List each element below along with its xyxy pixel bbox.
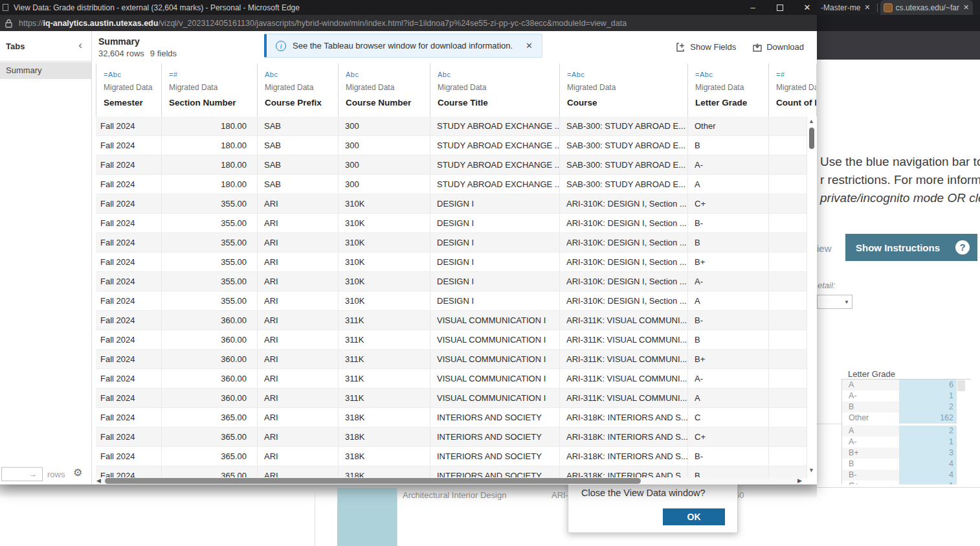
- table-row[interactable]: Fall 2024355.00ARI310KDESIGN IARI-310K: …: [96, 233, 807, 253]
- column-header-course-title[interactable]: AbcMigrated DataCourse Title: [430, 63, 560, 117]
- table-row[interactable]: Fall 2024355.00ARI310KDESIGN IARI-310K: …: [96, 253, 807, 272]
- table-row[interactable]: Fall 2024180.00SAB300STUDY ABROAD EXCHAN…: [96, 175, 807, 194]
- show-fields-button[interactable]: Show Fields: [676, 42, 736, 52]
- go-to-row-input[interactable]: →: [1, 467, 43, 481]
- grade-count: 2: [899, 426, 957, 437]
- table-cell: Fall 2024: [96, 350, 162, 369]
- collapse-panel-icon[interactable]: ‹: [78, 39, 82, 52]
- grade-row[interactable]: B-4: [842, 470, 965, 481]
- partial-tab-label[interactable]: iew: [817, 243, 832, 254]
- view-data-window: View Data: Grade distribution - external…: [0, 0, 817, 484]
- scroll-down-icon[interactable]: ▼: [808, 467, 814, 473]
- table-cell: 310K: [339, 253, 430, 271]
- table-row[interactable]: Fall 2024355.00ARI310KDESIGN IARI-310K: …: [96, 194, 807, 214]
- table-row[interactable]: Fall 2024360.00ARI311KVISUAL COMMUNICATI…: [96, 330, 807, 350]
- mini-scrollbar-thumb[interactable]: [957, 380, 965, 391]
- scroll-up-icon[interactable]: ▲: [808, 118, 814, 124]
- table-cell: 300: [339, 175, 430, 194]
- gear-icon[interactable]: ⚙: [73, 466, 82, 479]
- banner-close-icon[interactable]: ✕: [526, 41, 533, 51]
- download-button[interactable]: Download: [753, 42, 804, 52]
- summary-counts: 32,604 rows9 fields: [98, 49, 177, 58]
- table-cell: SAB: [258, 136, 339, 155]
- close-window-button[interactable]: ✕: [803, 3, 812, 12]
- help-icon[interactable]: ?: [955, 240, 970, 255]
- viz-bar-segment[interactable]: [337, 488, 397, 546]
- grade-label: A-: [842, 437, 899, 448]
- page-icon: [3, 4, 8, 11]
- url-bar[interactable]: https://iq-analytics.austin.utexas.edu/v…: [0, 15, 817, 31]
- table-row[interactable]: Fall 2024180.00SAB300STUDY ABROAD EXCHAN…: [96, 136, 807, 155]
- detail-dropdown[interactable]: ▼: [817, 295, 852, 309]
- sidebar-item-summary[interactable]: Summary: [0, 62, 91, 79]
- column-header-course-number[interactable]: AbcMigrated DataCourse Number: [339, 63, 430, 117]
- grade-row[interactable]: A2: [842, 426, 965, 437]
- field-name-label: Count of le: [776, 98, 816, 108]
- instruction-text-line3: private/incognito mode OR cle: [820, 191, 980, 205]
- grade-row[interactable]: A6: [842, 380, 965, 391]
- column-header-course-prefix[interactable]: AbcMigrated DataCourse Prefix: [258, 63, 339, 117]
- field-source-label: Migrated Data: [169, 83, 257, 92]
- table-cell: VISUAL COMMUNICATION I: [430, 389, 560, 407]
- vertical-scrollbar[interactable]: ▲ ▼: [807, 118, 816, 478]
- table-row[interactable]: Fall 2024360.00ARI311KVISUAL COMMUNICATI…: [96, 389, 807, 408]
- ok-button[interactable]: OK: [663, 508, 725, 525]
- horizontal-scrollbar[interactable]: ◀ ▶: [96, 477, 803, 484]
- vertical-scroll-thumb[interactable]: [809, 128, 814, 149]
- table-cell: ARI-318K: INTERIORS AND S...: [560, 447, 688, 466]
- table-cell: [769, 214, 807, 233]
- scroll-right-icon[interactable]: ▶: [797, 477, 802, 484]
- grade-row[interactable]: B+3: [842, 448, 965, 459]
- table-cell: DESIGN I: [430, 272, 560, 291]
- table-row[interactable]: Fall 2024355.00ARI310KDESIGN IARI-310K: …: [96, 214, 807, 233]
- column-header-count-of-le[interactable]: =#Migrated DatCount of le: [769, 63, 817, 117]
- table-row[interactable]: Fall 2024360.00ARI311KVISUAL COMMUNICATI…: [96, 311, 807, 330]
- table-cell: VISUAL COMMUNICATION I: [430, 311, 560, 330]
- table-cell: A: [688, 389, 769, 407]
- show-instructions-button[interactable]: Show Instructions ?: [845, 234, 977, 261]
- table-row[interactable]: Fall 2024365.00ARI318KINTERIORS AND SOCI…: [96, 447, 807, 466]
- table-row[interactable]: Fall 2024365.00ARI318KINTERIORS AND SOCI…: [96, 408, 807, 427]
- background-browser-tabstrip: -Master-me ✕ cs.utexas.edu/~far ✕: [817, 0, 980, 15]
- field-name-label: Course Number: [346, 98, 430, 108]
- go-arrow-icon[interactable]: →: [29, 470, 37, 479]
- grade-row[interactable]: B2: [842, 402, 965, 413]
- grade-row[interactable]: Other162: [842, 413, 965, 424]
- table-row[interactable]: Fall 2024365.00ARI318KINTERIORS AND SOCI…: [96, 466, 807, 478]
- column-header-semester[interactable]: =AbcMigrated DataSemester: [96, 63, 162, 117]
- background-tab-1[interactable]: -Master-me: [821, 3, 860, 12]
- minimize-button[interactable]: –: [748, 3, 757, 12]
- table-cell: [769, 427, 807, 446]
- grade-row[interactable]: A-1: [842, 391, 965, 402]
- grade-row[interactable]: B4: [842, 459, 965, 470]
- table-row[interactable]: Fall 2024180.00SAB300STUDY ABROAD EXCHAN…: [96, 155, 807, 175]
- table-cell: C: [688, 408, 769, 427]
- show-instructions-label: Show Instructions: [856, 242, 940, 253]
- tab-close-icon[interactable]: ✕: [963, 3, 969, 12]
- rows-label: rows: [47, 470, 65, 479]
- table-row[interactable]: Fall 2024355.00ARI310KDESIGN IARI-310K: …: [96, 291, 807, 311]
- table-row[interactable]: Fall 2024365.00ARI318KINTERIORS AND SOCI…: [96, 427, 807, 447]
- maximize-button[interactable]: [777, 5, 783, 11]
- column-header-section-number[interactable]: =#Migrated DataSection Number: [162, 63, 258, 117]
- table-cell: DESIGN I: [430, 253, 560, 271]
- grade-count: 3: [899, 448, 957, 459]
- scroll-left-icon[interactable]: ◀: [96, 477, 101, 484]
- table-row[interactable]: Fall 2024355.00ARI310KDESIGN IARI-310K: …: [96, 272, 807, 291]
- window-titlebar[interactable]: View Data: Grade distribution - external…: [0, 0, 817, 15]
- table-cell: SAB: [258, 117, 339, 135]
- tab-close-icon[interactable]: ✕: [864, 3, 870, 12]
- background-tab-2[interactable]: cs.utexas.edu/~far ✕: [880, 0, 974, 15]
- table-row[interactable]: Fall 2024360.00ARI311KVISUAL COMMUNICATI…: [96, 369, 807, 389]
- column-header-course[interactable]: =AbcMigrated DataCourse: [560, 63, 688, 117]
- table-cell: Fall 2024: [96, 389, 162, 407]
- horizontal-scroll-thumb[interactable]: [105, 478, 641, 484]
- table-row[interactable]: Fall 2024180.00SAB300STUDY ABROAD EXCHAN…: [96, 117, 807, 136]
- download-icon: [753, 43, 762, 52]
- table-cell: INTERIORS AND SOCIETY: [430, 427, 560, 446]
- table-row[interactable]: Fall 2024360.00ARI311KVISUAL COMMUNICATI…: [96, 350, 807, 369]
- column-header-letter-grade[interactable]: =AbcMigrated DataLetter Grade: [688, 63, 769, 117]
- grade-label: B+: [842, 448, 899, 459]
- grade-row[interactable]: A-1: [842, 437, 965, 448]
- dialog-message: Close the View Data window?: [581, 488, 706, 498]
